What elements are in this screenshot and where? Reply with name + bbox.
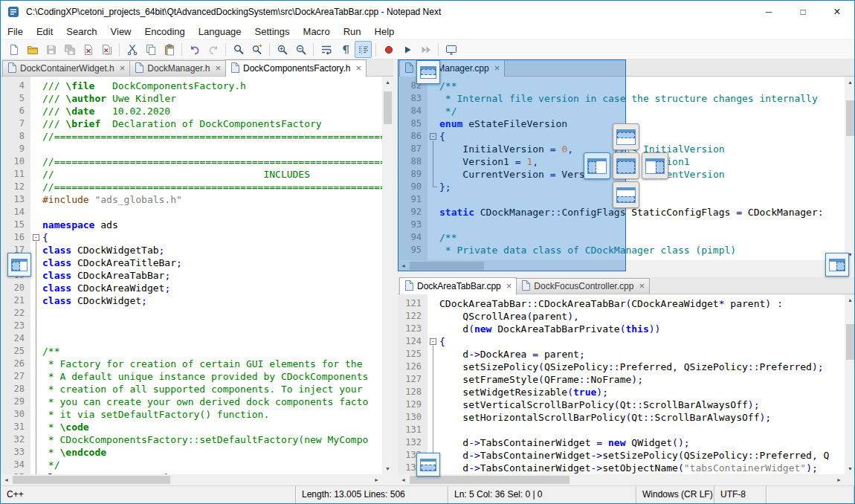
line-number-gutter[interactable]: 1211221231241251261271281291301311321331… <box>398 294 428 474</box>
menu-item-edit[interactable]: Edit <box>30 23 59 40</box>
code-line: setFrameStyle(QFrame::NoFrame); <box>439 373 845 386</box>
left-horizontal-scrollbar[interactable]: ◄ ► <box>1 474 382 485</box>
word-wrap-icon[interactable] <box>317 41 335 58</box>
indent-guide-icon[interactable] <box>355 41 372 58</box>
window-controls: ─□× <box>752 1 854 23</box>
line-number: 28 <box>1 383 30 395</box>
menu-item-run[interactable]: Run <box>337 23 368 40</box>
code-line: d->TabsContainerWidget->setSizePolicy(QS… <box>439 449 845 462</box>
save-icon[interactable] <box>42 41 59 58</box>
container-edge-drop-bottom-indicator[interactable] <box>416 453 440 476</box>
monitor-icon[interactable] <box>442 41 459 58</box>
new-file-icon[interactable] <box>5 41 22 58</box>
tab-dockcontainerwidget-h[interactable]: DockContainerWidget.h× <box>2 60 130 76</box>
scroll-up-icon[interactable]: ▲ <box>845 294 855 306</box>
tab-close-icon[interactable]: × <box>355 64 361 73</box>
toolbar-separator <box>438 43 439 56</box>
close-button[interactable]: × <box>820 1 854 23</box>
find-icon[interactable] <box>230 41 247 58</box>
minimize-button[interactable]: ─ <box>752 1 786 23</box>
line-number: 8 <box>1 130 30 143</box>
scrollbar-thumb[interactable] <box>13 476 170 484</box>
tab-dockmanager-h[interactable]: DockManager.h× <box>129 60 226 76</box>
code-line: * CDockComponentsFactory::setDefaultFact… <box>42 433 382 446</box>
code-line <box>42 320 382 332</box>
scroll-left-icon[interactable]: ◄ <box>398 474 409 485</box>
top-right-vertical-scrollbar[interactable]: ▲ ▼ <box>845 77 855 260</box>
line-number: 20 <box>1 282 30 294</box>
bottom-right-editor[interactable]: 1211221231241251261271281291301311321331… <box>398 294 845 474</box>
tab-close-icon[interactable]: × <box>120 64 126 73</box>
zoom-in-icon[interactable] <box>274 41 291 58</box>
maximize-button[interactable]: □ <box>786 1 820 23</box>
left-editor[interactable]: 4567891011121314151617181920212223242526… <box>1 77 382 474</box>
close-all-documents-icon[interactable] <box>98 41 115 58</box>
scrollbar-thumb[interactable] <box>384 91 392 124</box>
container-edge-drop-top-indicator[interactable] <box>416 60 440 84</box>
show-all-characters-icon[interactable] <box>336 41 353 58</box>
scroll-down-icon[interactable]: ▼ <box>845 463 855 474</box>
dock-drop-center-indicator[interactable] <box>613 152 639 179</box>
container-edge-drop-left-indicator[interactable] <box>7 253 31 277</box>
code-line <box>439 424 845 436</box>
code-line: d->DockArea = parent; <box>439 348 845 361</box>
replace-icon[interactable] <box>248 41 265 58</box>
bottom-right-vertical-scrollbar[interactable]: ▲ ▼ <box>845 294 855 474</box>
dock-drop-top-indicator[interactable] <box>613 123 639 150</box>
close-document-icon[interactable] <box>80 41 97 58</box>
left-vertical-scrollbar[interactable]: ▲ ▼ <box>382 77 393 474</box>
code-area[interactable]: CDockAreaTabBar::CDockAreaTabBar(CDockAr… <box>439 297 845 474</box>
tab-close-icon[interactable]: × <box>639 282 645 291</box>
dock-drop-right-indicator[interactable] <box>642 152 668 179</box>
dock-drop-bottom-indicator[interactable] <box>613 181 639 208</box>
code-line: //======================================… <box>42 155 382 168</box>
open-file-icon[interactable] <box>24 41 41 58</box>
menu-item-file[interactable]: File <box>1 23 30 40</box>
scrollbar-thumb[interactable] <box>846 324 854 360</box>
fold-margin[interactable]: - <box>428 294 439 474</box>
scrollbar-thumb[interactable] <box>846 100 854 136</box>
window-title: C:\CodingXP\cetoni_projects_64bit\QtAdva… <box>26 7 441 17</box>
undo-icon[interactable] <box>186 41 203 58</box>
run-macro-multiple-icon[interactable] <box>417 41 434 58</box>
tab-dockareatabbar-cpp[interactable]: DockAreaTabBar.cpp× <box>399 277 517 294</box>
fold-collapse-icon[interactable]: - <box>430 338 436 345</box>
save-all-icon[interactable] <box>61 41 78 58</box>
line-number: 25 <box>1 345 30 358</box>
bottom-right-horizontal-scrollbar[interactable]: ◄ ► <box>398 474 845 485</box>
scrollbar-thumb[interactable] <box>410 476 570 484</box>
scroll-up-icon[interactable]: ▲ <box>845 77 855 88</box>
scroll-right-icon[interactable]: ► <box>833 474 845 485</box>
tab-close-icon[interactable]: × <box>215 64 221 73</box>
tab-dockfocuscontroller-cpp[interactable]: DockFocusController.cpp× <box>516 278 650 294</box>
paste-icon[interactable] <box>161 41 178 58</box>
record-macro-icon[interactable] <box>380 41 397 58</box>
menu-item-settings[interactable]: Settings <box>248 23 297 40</box>
menu-item-language[interactable]: Language <box>192 23 248 40</box>
title-bar[interactable]: C:\CodingXP\cetoni_projects_64bit\QtAdva… <box>1 1 854 23</box>
cut-icon[interactable] <box>123 41 141 58</box>
line-number: 21 <box>1 294 30 307</box>
menu-item-help[interactable]: Help <box>368 23 401 40</box>
zoom-out-icon[interactable] <box>292 41 309 58</box>
scroll-left-icon[interactable]: ◄ <box>1 474 12 485</box>
scroll-up-icon[interactable]: ▲ <box>382 77 393 88</box>
copy-icon[interactable] <box>142 41 159 58</box>
menu-item-encoding[interactable]: Encoding <box>138 23 192 40</box>
menu-item-search[interactable]: Search <box>59 23 103 40</box>
tab-dockcomponentsfactory-h[interactable]: DockComponentsFactory.h× <box>225 59 367 77</box>
container-edge-drop-right-indicator[interactable] <box>825 253 849 277</box>
play-macro-icon[interactable] <box>399 41 416 58</box>
horizontal-splitter[interactable] <box>398 271 855 277</box>
fold-collapse-icon[interactable]: - <box>33 234 39 241</box>
code-area[interactable]: /// \file DockComponentsFactory.h/// \au… <box>42 80 382 474</box>
dock-drop-left-indicator[interactable] <box>584 152 610 179</box>
tab-close-icon[interactable]: × <box>506 282 512 291</box>
scroll-down-icon[interactable]: ▼ <box>382 463 393 474</box>
fold-margin[interactable]: - <box>30 77 42 474</box>
scroll-right-icon[interactable]: ► <box>371 474 382 485</box>
menu-item-view[interactable]: View <box>104 23 138 40</box>
menu-item-macro[interactable]: Macro <box>297 23 337 40</box>
redo-icon[interactable] <box>204 41 222 58</box>
code-line: /// \author Uwe Kindler <box>42 92 382 105</box>
